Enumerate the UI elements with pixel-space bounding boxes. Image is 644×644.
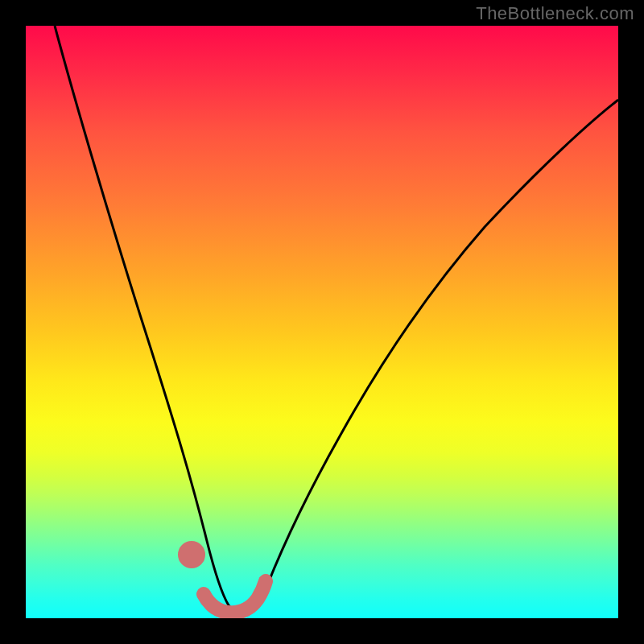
highlight-markers [185,548,266,613]
bottleneck-curve-path [55,26,618,613]
svg-point-0 [185,548,198,561]
curve-layer [26,26,618,618]
watermark-text: TheBottleneck.com [476,3,634,24]
chart-frame: TheBottleneck.com [0,0,644,644]
plot-area [26,26,618,618]
